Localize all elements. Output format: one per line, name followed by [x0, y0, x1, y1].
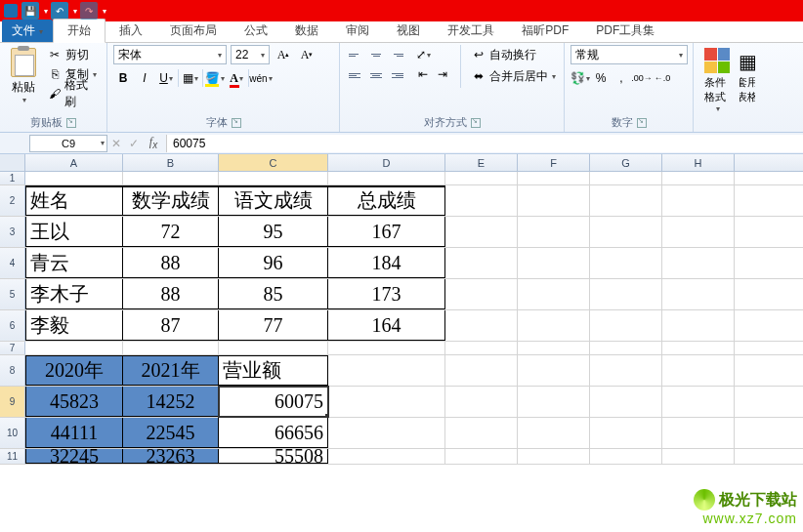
increase-font-button[interactable]: A▴: [274, 45, 293, 64]
cell[interactable]: [662, 248, 735, 278]
italic-button[interactable]: I: [135, 68, 154, 88]
dialog-launcher-icon[interactable]: [637, 118, 647, 128]
dialog-launcher-icon[interactable]: [66, 118, 76, 128]
row-header[interactable]: 2: [0, 185, 25, 216]
cell[interactable]: 87: [123, 310, 219, 341]
cell[interactable]: [590, 449, 662, 464]
qat-redo-button[interactable]: ↷: [80, 2, 98, 20]
cell[interactable]: [590, 248, 662, 278]
font-name-combo[interactable]: 宋体▾: [113, 45, 227, 64]
merge-center-button[interactable]: ⬌合并后居中▾: [469, 66, 558, 86]
cell[interactable]: [328, 172, 445, 184]
cell[interactable]: [662, 355, 735, 386]
cell[interactable]: 语文成绩: [219, 185, 328, 216]
tab-home[interactable]: 开始: [53, 19, 106, 43]
cell[interactable]: [590, 342, 662, 354]
cell[interactable]: [123, 172, 219, 184]
align-top-right-button[interactable]: [387, 45, 406, 64]
cell[interactable]: [518, 387, 590, 417]
cell[interactable]: [662, 279, 735, 309]
paste-button[interactable]: 粘贴 ▾: [6, 45, 41, 107]
dialog-launcher-icon[interactable]: [232, 118, 241, 128]
cell[interactable]: 77: [219, 310, 328, 341]
cell[interactable]: [328, 342, 445, 354]
cell[interactable]: 164: [328, 310, 445, 341]
cell[interactable]: [518, 279, 590, 309]
dialog-launcher-icon[interactable]: [471, 118, 481, 128]
row-header[interactable]: 7: [0, 342, 25, 354]
cell[interactable]: [590, 185, 662, 216]
cell[interactable]: [662, 172, 735, 184]
cell[interactable]: [518, 172, 590, 184]
tab-review[interactable]: 审阅: [332, 20, 383, 42]
name-box[interactable]: C9▾: [29, 135, 107, 152]
tab-pdf-toolkit[interactable]: PDF工具集: [582, 20, 668, 42]
spreadsheet-grid[interactable]: ABCDEFGH 12姓名数学成绩语文成绩总成绩3王以72951674青云889…: [0, 154, 803, 532]
qat-save-button[interactable]: 💾: [21, 2, 39, 20]
comma-button[interactable]: ,: [612, 68, 631, 88]
cell[interactable]: [518, 248, 590, 278]
cell[interactable]: 88: [123, 248, 219, 278]
column-header-H[interactable]: H: [662, 154, 735, 171]
align-center-button[interactable]: [366, 65, 386, 85]
align-left-button[interactable]: [346, 65, 365, 85]
cell[interactable]: [518, 310, 590, 341]
wrap-text-button[interactable]: ↩自动换行: [469, 45, 558, 64]
cell[interactable]: [445, 185, 518, 216]
tab-data[interactable]: 数据: [281, 20, 332, 42]
format-as-table-button[interactable]: ▦ 套用 表格: [739, 45, 756, 107]
cell[interactable]: [445, 387, 518, 417]
qat-save-dropdown[interactable]: ▾: [41, 2, 51, 20]
column-header-D[interactable]: D: [328, 154, 445, 171]
align-top-center-button[interactable]: [366, 45, 386, 64]
cell[interactable]: [445, 342, 518, 354]
cell[interactable]: 总成绩: [328, 185, 445, 216]
cell[interactable]: [219, 342, 328, 354]
cell[interactable]: 14252: [123, 387, 219, 417]
cell[interactable]: [328, 355, 445, 386]
cell[interactable]: 44111: [25, 418, 123, 448]
cell[interactable]: [445, 449, 518, 464]
cell[interactable]: 66656: [219, 418, 328, 448]
cell[interactable]: [445, 279, 518, 309]
cell[interactable]: 72: [123, 217, 219, 247]
row-header[interactable]: 4: [0, 248, 25, 278]
format-painter-button[interactable]: 🖌格式刷: [45, 84, 101, 103]
cell[interactable]: [662, 418, 735, 448]
font-size-combo[interactable]: 22▾: [231, 45, 270, 64]
formula-bar[interactable]: 60075: [166, 135, 803, 152]
qat-undo-dropdown[interactable]: ▾: [70, 2, 80, 20]
cell[interactable]: 184: [328, 248, 445, 278]
cell[interactable]: [590, 418, 662, 448]
cell[interactable]: [590, 217, 662, 247]
fill-color-button[interactable]: 🪣▾: [205, 68, 225, 88]
row-header[interactable]: 10: [0, 418, 25, 448]
cell[interactable]: [662, 217, 735, 247]
percent-button[interactable]: %: [591, 68, 611, 88]
cell[interactable]: [219, 172, 328, 184]
cell[interactable]: [445, 248, 518, 278]
column-header-A[interactable]: A: [25, 154, 123, 171]
cell[interactable]: 营业额: [219, 355, 328, 386]
cell[interactable]: [518, 449, 590, 464]
cell[interactable]: [25, 172, 123, 184]
cell[interactable]: [445, 172, 518, 184]
cell[interactable]: [445, 310, 518, 341]
qat-undo-button[interactable]: ↶: [51, 2, 68, 20]
cell[interactable]: 32245: [25, 449, 123, 464]
cell[interactable]: 60075: [219, 387, 328, 417]
cell[interactable]: 李毅: [25, 310, 123, 341]
tab-developer[interactable]: 开发工具: [434, 20, 508, 42]
cell[interactable]: [445, 355, 518, 386]
cell[interactable]: 88: [123, 279, 219, 309]
column-header-E[interactable]: E: [445, 154, 518, 171]
align-top-left-button[interactable]: [346, 45, 365, 64]
cell[interactable]: [445, 418, 518, 448]
cell[interactable]: [590, 387, 662, 417]
cut-button[interactable]: ✂剪切: [45, 45, 101, 64]
cell[interactable]: 2020年: [25, 355, 123, 386]
border-button[interactable]: ▦▾: [181, 68, 200, 88]
cell[interactable]: 173: [328, 279, 445, 309]
cell[interactable]: 167: [328, 217, 445, 247]
cell[interactable]: 22545: [123, 418, 219, 448]
